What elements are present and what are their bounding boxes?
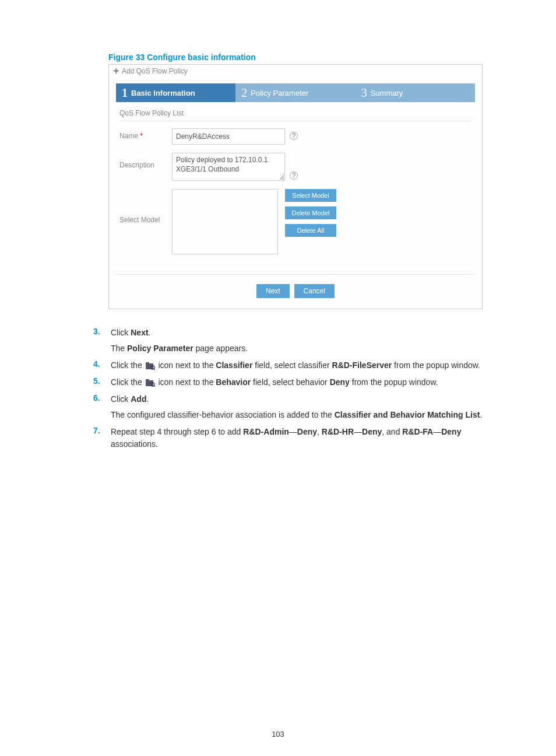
step-body: Click the icon next to the Classifier fi…	[111, 359, 480, 372]
step-number: 7.	[93, 426, 111, 435]
model-button-group: Select Model Delete Model Delete All	[285, 189, 336, 237]
text-bold: Policy Parameter	[127, 344, 193, 353]
step-body: Click the icon next to the Behavior fiel…	[111, 376, 438, 388]
text: field, select behavior	[251, 377, 329, 387]
text-bold: Next	[131, 328, 148, 337]
tab-summary[interactable]: 3 Summary	[356, 83, 475, 102]
text: associations.	[111, 439, 158, 449]
tab-number: 2	[241, 87, 247, 99]
pin-icon	[112, 68, 119, 75]
svg-rect-5	[146, 379, 149, 381]
help-icon[interactable]: ?	[290, 132, 298, 140]
tab-label: Policy Parameter	[251, 89, 308, 97]
text: from the popup window.	[392, 360, 480, 370]
step-6: 6. Click Add. The configured classifier-…	[93, 393, 501, 421]
step-body: Click Add. The configured classifier-beh…	[111, 393, 482, 421]
step-sub: The configured classifier-behavior assoc…	[111, 409, 482, 421]
footer-buttons: Next Cancel	[109, 275, 482, 309]
cancel-button[interactable]: Cancel	[294, 284, 335, 298]
text: page appears.	[193, 344, 248, 353]
description-label: Description	[119, 153, 172, 169]
select-model-label: Select Model	[119, 189, 172, 224]
text: icon next to the	[156, 360, 216, 370]
text-bold: Deny	[441, 427, 461, 436]
step-body: Repeat step 4 through step 6 to add R&D-…	[111, 426, 501, 450]
text: from the popup window.	[350, 377, 438, 387]
row-description: Description Policy deployed to 172.10.0.…	[119, 153, 471, 181]
tab-label: Basic Information	[131, 89, 195, 97]
text: , and	[382, 427, 402, 436]
text: icon next to the	[156, 377, 216, 387]
text-bold: R&D-HR	[322, 427, 354, 436]
text-bold: R&D-Admin	[243, 427, 289, 436]
help-icon[interactable]: ?	[290, 172, 298, 180]
name-input[interactable]	[172, 128, 285, 145]
description-input[interactable]: Policy deployed to 172.10.0.1 XGE3/1/1 O…	[172, 153, 285, 181]
wizard-tabs: 1 Basic Information 2 Policy Parameter 3…	[116, 83, 475, 102]
step-4: 4. Click the icon next to the Classifier…	[93, 359, 501, 372]
row-select-model: Select Model Select Model Delete Model D…	[119, 189, 471, 254]
text: Click the	[111, 360, 145, 370]
text: .	[480, 410, 482, 419]
step-body: Click Next. The Policy Parameter page ap…	[111, 327, 248, 355]
text-bold: R&D-FA	[402, 427, 433, 436]
svg-rect-1	[146, 362, 149, 364]
text-bold: Behavior	[216, 377, 251, 387]
tab-policy-parameter[interactable]: 2 Policy Parameter	[235, 83, 355, 102]
step-5: 5. Click the icon next to the Behavior f…	[93, 376, 501, 388]
model-listbox[interactable]	[172, 189, 278, 254]
page-number: 103	[0, 730, 556, 738]
step-number: 3.	[93, 327, 111, 336]
text: —	[289, 427, 297, 436]
text: Click	[111, 394, 131, 404]
figure-caption: Figure 33 Configure basic information	[108, 52, 498, 62]
required-mark: *	[140, 132, 143, 140]
text: —	[354, 427, 362, 436]
text: Repeat step 4 through step 6 to add	[111, 427, 243, 436]
step-sub: The Policy Parameter page appears.	[111, 342, 248, 355]
svg-line-3	[154, 369, 155, 370]
text-bold: Deny	[297, 427, 317, 436]
text-bold: Add	[131, 394, 146, 404]
svg-rect-0	[146, 363, 153, 369]
text-bold: Deny	[330, 377, 350, 387]
name-label: Name *	[119, 128, 172, 140]
text-bold: Deny	[362, 427, 382, 436]
step-number: 4.	[93, 359, 111, 369]
instructions: 3. Click Next. The Policy Parameter page…	[93, 327, 501, 450]
text: Click the	[111, 377, 145, 387]
svg-rect-4	[146, 380, 153, 386]
next-button[interactable]: Next	[256, 284, 290, 298]
text-bold: R&D-FileServer	[332, 360, 392, 370]
text: —	[433, 427, 441, 436]
step-7: 7. Repeat step 4 through step 6 to add R…	[93, 426, 501, 450]
form-area: Name * ? Description Policy deployed to …	[109, 121, 482, 274]
text: .	[149, 328, 151, 337]
text: field, select classifier	[252, 360, 332, 370]
step-number: 5.	[93, 376, 111, 386]
text: Click	[111, 328, 131, 337]
text: The	[111, 344, 127, 353]
delete-model-button[interactable]: Delete Model	[285, 206, 336, 219]
step-number: 6.	[93, 393, 111, 402]
text: .	[146, 394, 149, 404]
text: The configured classifier-behavior assoc…	[111, 410, 335, 419]
delete-all-button[interactable]: Delete All	[285, 224, 336, 237]
text-bold: Classifier and Behavior Matching List	[335, 410, 480, 419]
row-name: Name * ?	[119, 128, 471, 145]
subheader: QoS Flow Policy List	[119, 109, 471, 121]
folder-search-icon	[146, 379, 155, 387]
step-3: 3. Click Next. The Policy Parameter page…	[93, 327, 501, 355]
tab-label: Summary	[371, 89, 403, 97]
tab-basic-information[interactable]: 1 Basic Information	[116, 83, 235, 102]
select-model-button[interactable]: Select Model	[285, 189, 336, 202]
tab-number: 3	[361, 87, 367, 99]
panel-title: Add QoS Flow Policy	[122, 67, 188, 75]
panel-header: Add QoS Flow Policy	[109, 65, 482, 78]
text-bold: Classifier	[216, 360, 252, 370]
text: ,	[317, 427, 322, 436]
svg-line-7	[154, 386, 155, 387]
app-panel: Add QoS Flow Policy 1 Basic Information …	[108, 64, 483, 309]
tab-number: 1	[122, 87, 128, 99]
name-label-text: Name	[119, 132, 138, 140]
